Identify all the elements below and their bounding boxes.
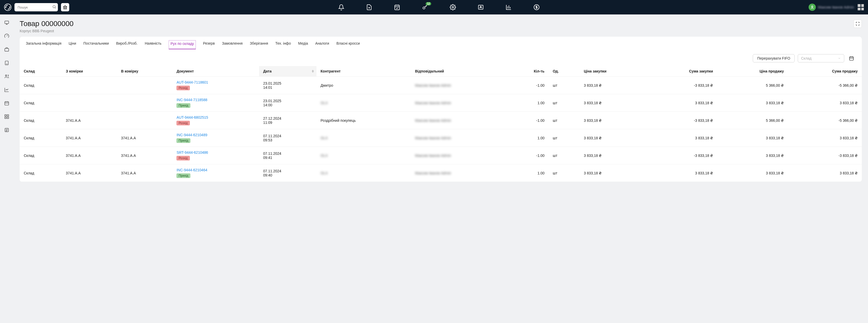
cell-qty: -1.00 — [507, 77, 549, 94]
svg-point-11 — [5, 75, 7, 76]
document-link[interactable]: INC-9444-7118588 — [177, 98, 255, 102]
settings-icon[interactable] — [449, 4, 457, 11]
cell-document: AUT-9444-7118601Розхід — [172, 77, 259, 94]
cell-purchase-sum: 3 833,18 ₴ — [647, 164, 717, 182]
tab-item[interactable]: Медіа — [298, 41, 308, 49]
tab-item[interactable]: Власні кросси — [336, 41, 360, 49]
tab-item[interactable]: Загальна інформація — [26, 41, 61, 49]
contact-card-icon[interactable] — [477, 4, 485, 11]
col-counterparty[interactable]: Контрагент — [316, 66, 411, 77]
sidebar-grid-icon[interactable] — [4, 113, 10, 120]
col-date[interactable]: Дата — [259, 66, 316, 77]
cell-sale-sum: -5 366,00 ₴ — [788, 77, 862, 94]
table-row[interactable]: Склад3741.A.A3741.A.AINC-9444-6210489При… — [20, 129, 862, 147]
tab-item[interactable]: Постачальники — [84, 41, 109, 49]
currency-icon[interactable] — [533, 4, 540, 11]
cell-warehouse: Склад — [20, 129, 62, 147]
key-badge: 12 — [426, 2, 431, 5]
col-purchase-sum[interactable]: Сума закупки — [647, 66, 717, 77]
user-menu[interactable]: Максим Іванов Admin — [809, 4, 854, 11]
document-link[interactable]: INC-9444-6210489 — [177, 133, 255, 137]
svg-rect-12 — [5, 102, 9, 105]
sort-arrows-icon — [312, 70, 314, 73]
sidebar-monitor-icon[interactable] — [4, 20, 10, 26]
cell-from-cell: 3741.A.A — [62, 129, 117, 147]
col-responsible[interactable]: Відповідальний — [411, 66, 507, 77]
tab-item[interactable]: Зберігання — [250, 41, 268, 49]
cell-sale-price: 3 833,18 ₴ — [717, 147, 788, 164]
cell-sale-price: 3 833,18 ₴ — [717, 94, 788, 112]
cell-sale-sum: -5 366,00 ₴ — [788, 112, 862, 129]
cell-qty: 1.00 — [507, 94, 549, 112]
tab-item[interactable]: Тех. інфо — [275, 41, 291, 49]
col-qty[interactable]: Кіл-ть — [507, 66, 549, 77]
warehouse-select[interactable]: Склад — [798, 54, 844, 63]
col-unit[interactable]: Од. — [549, 66, 580, 77]
sidebar-briefcase-icon[interactable] — [4, 46, 10, 52]
col-from-cell[interactable]: З комірки — [62, 66, 117, 77]
svg-point-3 — [452, 6, 454, 8]
col-document[interactable]: Документ — [172, 66, 259, 77]
table-row[interactable]: Склад3741.A.AAUT-9444-6802515Розхід27.12… — [20, 112, 862, 129]
tab-item[interactable]: Ціни — [69, 41, 76, 49]
search-icon[interactable] — [52, 5, 56, 10]
sidebar-calendar-icon[interactable] — [4, 100, 10, 106]
tab-item[interactable]: Рух по складу — [169, 40, 196, 49]
key-icon[interactable]: 12 — [421, 4, 429, 11]
tab-item[interactable]: Вироб./Розб. — [116, 41, 137, 49]
cell-counterparty: Роздрібний покупець — [316, 112, 411, 129]
tab-item[interactable]: Аналоги — [315, 41, 329, 49]
svg-point-2 — [423, 7, 425, 9]
tab-item[interactable]: Резерв — [203, 41, 215, 49]
page-subtitle: Корпус ВВБ Peugeot — [20, 29, 74, 33]
cell-from-cell: 3741.A.A — [62, 147, 117, 164]
col-purchase-price[interactable]: Ціна закупки — [580, 66, 647, 77]
cell-purchase-sum: -3 833,18 ₴ — [647, 147, 717, 164]
cell-purchase-sum: -3 833,18 ₴ — [647, 112, 717, 129]
chart-icon[interactable] — [505, 4, 512, 11]
bank-button[interactable] — [61, 3, 69, 11]
col-sale-sum[interactable]: Сума продажу — [788, 66, 862, 77]
sidebar-gauge-icon[interactable] — [4, 33, 10, 39]
tab-item[interactable]: Замовлення — [222, 41, 243, 49]
bell-icon[interactable] — [338, 4, 345, 11]
col-to-cell[interactable]: В комірку — [117, 66, 173, 77]
recalc-fifo-button[interactable]: Перерахувати FIFO — [753, 54, 795, 63]
cell-counterparty: OLX — [316, 147, 411, 164]
cell-to-cell: 3741.A.A — [117, 164, 173, 182]
table-row[interactable]: Склад3741.A.A3741.A.ASRT-9444-6210486Роз… — [20, 147, 862, 164]
col-sale-price[interactable]: Ціна продажу — [717, 66, 788, 77]
col-warehouse[interactable]: Склад — [20, 66, 62, 77]
cell-purchase-price: 3 833,18 ₴ — [580, 147, 647, 164]
app-logo[interactable] — [4, 4, 11, 11]
search-input[interactable] — [14, 3, 58, 11]
table-row[interactable]: СкладAUT-9444-7118601Розхід23.01.202514:… — [20, 77, 862, 94]
movements-table: Склад З комірки В комірку Документ Дата … — [20, 66, 862, 182]
cell-sale-sum: 3 833,18 ₴ — [788, 94, 862, 112]
table-row[interactable]: Склад3741.A.A3741.A.AINC-9444-6210464При… — [20, 164, 862, 182]
cell-responsible: Максим Іванов Admin — [411, 94, 507, 112]
document-link[interactable]: AUT-9444-6802515 — [177, 115, 255, 119]
cell-from-cell — [62, 77, 117, 94]
sidebar-tablet-icon[interactable] — [4, 60, 10, 66]
cell-date: 23.01.202514:01 — [259, 77, 316, 94]
document-link[interactable]: INC-9444-6210464 — [177, 168, 255, 172]
apps-grid-icon[interactable] — [858, 4, 864, 10]
document-link[interactable]: SRT-9444-6210486 — [177, 150, 255, 154]
tab-item[interactable]: Наявність — [145, 41, 161, 49]
cell-from-cell: 3741.A.A — [62, 112, 117, 129]
sidebar-users-icon[interactable] — [4, 73, 10, 79]
cell-date: 23.01.202514:00 — [259, 94, 316, 112]
date-filter-button[interactable] — [847, 54, 856, 63]
calendar-check-icon[interactable] — [394, 4, 401, 11]
table-header-row: Склад З комірки В комірку Документ Дата … — [20, 66, 862, 77]
sidebar-list-icon[interactable] — [4, 127, 10, 133]
movement-tag: Розхід — [177, 121, 190, 125]
expand-button[interactable] — [854, 20, 862, 28]
sidebar-analytics-icon[interactable] — [4, 87, 10, 93]
new-document-icon[interactable] — [366, 4, 373, 11]
document-link[interactable]: AUT-9444-7118601 — [177, 80, 255, 84]
cell-sale-price: 5 366,00 ₴ — [717, 77, 788, 94]
cell-date: 27.12.202411:09 — [259, 112, 316, 129]
table-row[interactable]: СкладINC-9444-7118588Прихід23.01.202514:… — [20, 94, 862, 112]
